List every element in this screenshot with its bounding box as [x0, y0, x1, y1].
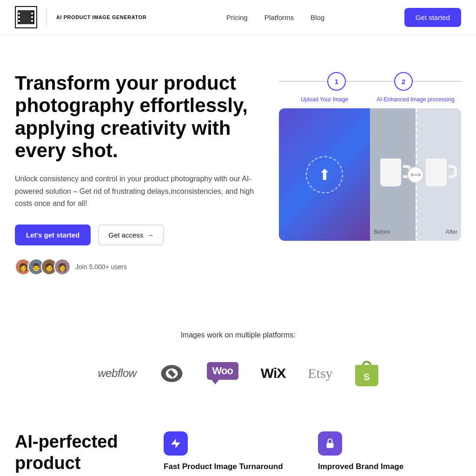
nav-blog[interactable]: Blog: [311, 13, 324, 21]
mug-handle-after: [449, 165, 457, 178]
platforms-section: Images work on multiple platforms: webfl…: [0, 303, 476, 403]
features-left: AI-perfected product photography: [15, 431, 149, 476]
hero-title: Transform your product photography effor…: [15, 72, 260, 162]
mug-body: [380, 159, 401, 186]
feature-1-icon: [164, 431, 188, 456]
get-access-label: Get access: [108, 231, 143, 239]
squarespace-icon: [159, 361, 185, 386]
navbar: AI PRODUCT IMAGE GENERATOR Pricing Platf…: [0, 0, 476, 35]
webflow-logo: webflow: [98, 362, 136, 385]
woo-box: Woo: [207, 362, 238, 380]
shopify-bag: S: [355, 361, 378, 386]
brand-name: AI PRODUCT IMAGE GENERATOR: [56, 14, 146, 20]
mug-body-after: [426, 159, 447, 186]
before-label: Before: [374, 229, 390, 235]
features-cards: Fast Product Image Turnaround Quick phot…: [164, 431, 461, 476]
step-labels: Upload Your Image AI-Enhanced Image proc…: [279, 96, 461, 103]
nav-logo: AI PRODUCT IMAGE GENERATOR: [15, 6, 146, 28]
woo-container: Woo: [207, 362, 238, 384]
lock-icon: [324, 437, 336, 450]
shopify-body: S: [355, 365, 378, 386]
platforms-label: Images work on multiple platforms:: [15, 331, 461, 339]
demo-panels: ⬆ Before ⟺: [279, 108, 461, 241]
step-line-middle: [346, 81, 394, 82]
shopify-s: S: [364, 372, 370, 383]
nav-pricing[interactable]: Pricing: [226, 13, 248, 21]
shopify-logo: S: [355, 362, 378, 385]
result-panel: Before ⟺ After: [370, 108, 461, 241]
lets-get-started-button[interactable]: Let's get started: [15, 225, 91, 245]
mug-after: [426, 159, 451, 191]
feature-card-2: Improved Brand Image High-quality produc…: [318, 431, 461, 476]
hero-buttons: Let's get started Get access →: [15, 225, 260, 245]
mug-before: [380, 159, 406, 191]
step-1-label: Upload Your Image: [279, 96, 370, 103]
step-line-left: [279, 81, 327, 82]
avatar: 👩: [54, 258, 71, 275]
nav-platforms[interactable]: Platforms: [264, 13, 294, 21]
platforms-logos: webflow Woo WiX Etsy: [15, 362, 461, 385]
hero-description: Unlock consistency and control in your p…: [15, 173, 260, 210]
wix-text: WiX: [261, 365, 285, 381]
woocommerce-logo: Woo: [207, 362, 238, 385]
upload-panel: ⬆: [279, 108, 370, 241]
woo-tail: [212, 380, 219, 384]
feature-2-title: Improved Brand Image: [318, 462, 461, 471]
svg-rect-0: [326, 443, 333, 448]
hero-users: 👩 👨 🧑 👩 Join 5.000+ users: [15, 258, 260, 275]
arrow-icon: →: [147, 231, 154, 239]
step-2-label: AI-Enhanced Image processing: [370, 96, 461, 103]
hero-section: Transform your product photography effor…: [0, 35, 476, 303]
get-access-button[interactable]: Get access →: [98, 225, 164, 245]
upload-icon: ⬆: [318, 166, 331, 184]
hero-demo: 1 2 Upload Your Image AI-Enhanced Image …: [279, 72, 461, 241]
squarespace-logo: [159, 362, 185, 385]
nav-divider: [46, 9, 47, 26]
etsy-logo: Etsy: [308, 362, 332, 385]
features-section: AI-perfected product photography Fast Pr…: [0, 403, 476, 476]
webflow-text: webflow: [98, 367, 136, 380]
demo-steps: 1 2: [279, 72, 461, 91]
upload-circle: ⬆: [306, 156, 343, 193]
divider-handle[interactable]: ⟺: [407, 166, 424, 183]
after-label: After: [446, 229, 457, 235]
wix-logo: WiX: [261, 362, 285, 385]
feature-2-icon: [318, 431, 342, 456]
step-1-circle: 1: [327, 72, 346, 91]
step-2-circle: 2: [394, 72, 413, 91]
step-line-right: [413, 81, 461, 82]
logo-icon: [15, 6, 37, 28]
features-title: AI-perfected product photography: [15, 431, 149, 476]
lightning-icon: [170, 437, 182, 450]
etsy-text: Etsy: [308, 365, 332, 381]
feature-1-title: Fast Product Image Turnaround: [164, 462, 307, 471]
demo-container: 1 2 Upload Your Image AI-Enhanced Image …: [279, 72, 461, 241]
hero-left: Transform your product photography effor…: [15, 72, 260, 275]
join-count: Join 5.000+ users: [75, 263, 127, 271]
feature-card-1: Fast Product Image Turnaround Quick phot…: [164, 431, 307, 476]
avatar-group: 👩 👨 🧑 👩: [15, 258, 71, 275]
nav-cta-button[interactable]: Get started: [404, 8, 461, 27]
nav-links: Pricing Platforms Blog: [226, 13, 324, 21]
